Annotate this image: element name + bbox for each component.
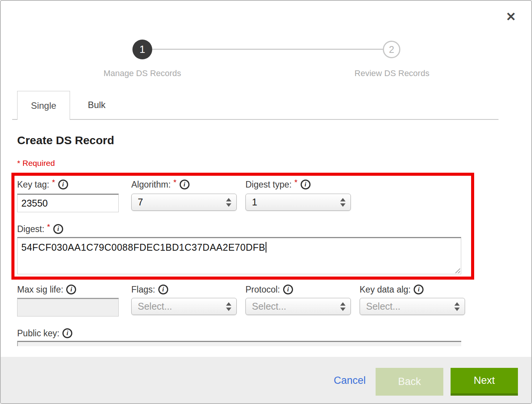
page-title: Create DS Record — [17, 134, 114, 147]
back-button[interactable]: Back — [376, 368, 443, 396]
key-tag-input[interactable] — [17, 194, 119, 212]
info-icon[interactable]: i — [62, 328, 72, 338]
max-sig-life-label-text: Max sig life: — [17, 285, 63, 295]
key-data-alg-select[interactable]: Select... — [360, 298, 465, 315]
key-data-alg-selected-value: Select... — [366, 301, 400, 312]
required-asterisk: * — [47, 222, 50, 231]
public-key-textarea[interactable] — [17, 341, 461, 346]
info-icon[interactable]: i — [53, 224, 63, 234]
public-key-label: Public key: i — [17, 328, 72, 339]
step-1-label: Manage DS Records — [104, 68, 181, 78]
max-sig-life-input[interactable] — [17, 298, 119, 317]
info-icon[interactable]: i — [158, 285, 168, 294]
info-icon[interactable]: i — [301, 180, 311, 189]
cancel-link[interactable]: Cancel — [334, 375, 366, 387]
required-asterisk: * — [174, 178, 177, 187]
protocol-label: Protocol: i — [245, 284, 293, 295]
required-asterisk: * — [294, 178, 297, 187]
digest-type-label-text: Digest type: — [245, 180, 291, 190]
key-data-alg-label-text: Key data alg: — [360, 285, 411, 295]
next-button[interactable]: Next — [451, 368, 518, 396]
tab-bulk[interactable]: Bulk — [70, 91, 123, 119]
step-2-label: Review DS Records — [355, 68, 430, 78]
select-arrows-icon — [226, 302, 231, 311]
key-tag-label-text: Key tag: — [17, 180, 49, 190]
flags-selected-value: Select... — [138, 301, 172, 312]
info-icon[interactable]: i — [58, 180, 68, 189]
dialog-footer: Cancel Back Next — [1, 357, 531, 403]
digest-type-selected-value: 1 — [252, 197, 257, 208]
required-note: * Required — [17, 159, 55, 168]
select-arrows-icon — [226, 198, 231, 207]
algorithm-label-text: Algorithm: — [131, 180, 171, 190]
close-icon[interactable]: ✕ — [506, 11, 516, 23]
step-1-indicator: 1 — [132, 40, 152, 59]
info-icon[interactable]: i — [66, 285, 76, 294]
algorithm-select[interactable]: 7 — [131, 194, 237, 211]
select-arrows-icon — [340, 198, 346, 207]
text-cursor — [266, 242, 266, 253]
create-ds-record-dialog: ✕ 1 2 Manage DS Records Review DS Record… — [0, 0, 532, 404]
algorithm-label: Algorithm: * i — [131, 179, 190, 190]
info-icon[interactable]: i — [283, 285, 293, 294]
digest-textarea[interactable]: 54FCF030AA1C79C0088FDEC1BD1C37DAA2E70DFB — [17, 237, 461, 274]
tab-single[interactable]: Single — [17, 91, 70, 120]
key-data-alg-label: Key data alg: i — [360, 284, 424, 295]
stepper-connector-line — [152, 49, 383, 50]
key-tag-label: Key tag: * i — [17, 179, 68, 190]
select-arrows-icon — [340, 302, 346, 311]
public-key-label-text: Public key: — [17, 328, 59, 339]
max-sig-life-label: Max sig life: i — [17, 284, 76, 295]
protocol-selected-value: Select... — [252, 301, 286, 312]
digest-type-select[interactable]: 1 — [245, 194, 351, 211]
digest-label: Digest: * i — [17, 223, 63, 235]
flags-select[interactable]: Select... — [131, 298, 237, 315]
step-2-indicator: 2 — [383, 41, 400, 58]
tab-bar: Single Bulk — [12, 91, 499, 120]
resize-handle[interactable] — [454, 267, 460, 273]
digest-type-label: Digest type: * i — [245, 179, 311, 190]
algorithm-selected-value: 7 — [138, 197, 143, 208]
protocol-select[interactable]: Select... — [245, 298, 351, 315]
info-icon[interactable]: i — [180, 180, 190, 189]
flags-label-text: Flags: — [131, 285, 155, 295]
info-icon[interactable]: i — [414, 285, 424, 294]
digest-value: 54FCF030AA1C79C0088FDEC1BD1C37DAA2E70DFB — [21, 242, 265, 253]
digest-label-text: Digest: — [17, 224, 45, 234]
required-asterisk: * — [52, 178, 55, 187]
select-arrows-icon — [454, 302, 460, 311]
protocol-label-text: Protocol: — [245, 285, 280, 295]
flags-label: Flags: i — [131, 284, 168, 295]
